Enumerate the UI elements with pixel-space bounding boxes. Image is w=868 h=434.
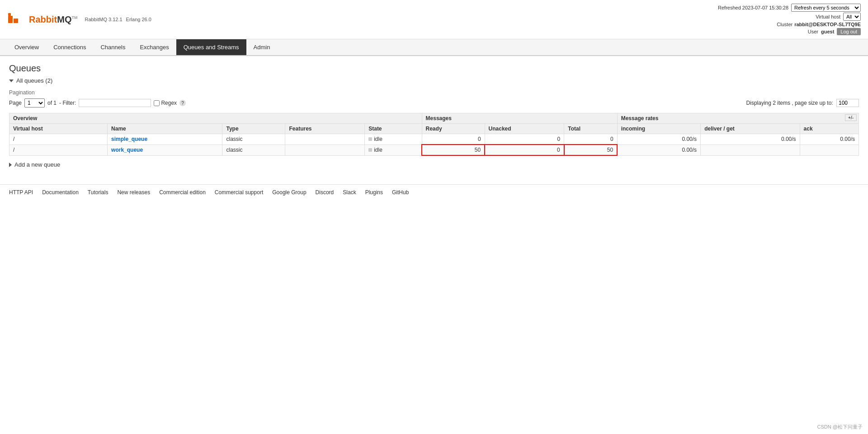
cell-unacked: 0 — [485, 145, 564, 155]
logo-icon — [7, 12, 22, 27]
cell-features — [285, 134, 365, 145]
queue-name-link[interactable]: work_queue — [111, 147, 143, 153]
nav-item-exchanges[interactable]: Exchanges — [132, 39, 176, 55]
refresh-row: Refreshed 2023-07-07 15:30:28 Refresh ev… — [718, 4, 861, 12]
footer-link[interactable]: Commercial edition — [159, 189, 206, 196]
of-label: of 1 — [47, 100, 57, 106]
nav-item-queues-streams[interactable]: Queues and Streams — [176, 39, 246, 55]
cell-vhost: / — [9, 145, 108, 155]
cell-ack — [800, 145, 859, 155]
th-deliver-get: deliver / get — [701, 124, 800, 134]
nav-item-overview[interactable]: Overview — [7, 39, 46, 55]
footer-link[interactable]: Discord — [316, 189, 334, 196]
nav-item-channels[interactable]: Channels — [93, 39, 132, 55]
pagination-section: Pagination Page 1 of 1 - Filter: Regex ?… — [9, 89, 859, 107]
footer: HTTP APIDocumentationTutorialsNew releas… — [0, 184, 868, 200]
rabbitmq-version: RabbitMQ 3.12.1 — [85, 17, 122, 22]
page-size-input[interactable] — [836, 99, 859, 107]
display-info: Displaying 2 items , page size up to: — [746, 99, 859, 107]
all-queues-label: All queues (2) — [16, 77, 52, 84]
svg-rect-2 — [8, 13, 11, 16]
main-nav: Overview Connections Channels Exchanges … — [0, 39, 868, 56]
footer-link[interactable]: New releases — [117, 189, 150, 196]
page-select[interactable]: 1 — [24, 98, 45, 107]
user-value: guest — [821, 29, 834, 34]
cell-type: classic — [222, 134, 285, 145]
footer-link[interactable]: Plugins — [365, 189, 383, 196]
state-dot — [368, 137, 372, 141]
table-row: / work_queue classic idle 50 0 50 0.00/s — [9, 145, 859, 155]
add-queue-toggle[interactable]: Add a new queue — [9, 161, 859, 168]
version-info: RabbitMQ 3.12.1 Erlang 26.0 — [85, 17, 151, 22]
cell-unacked: 0 — [485, 134, 564, 145]
footer-link[interactable]: Slack — [343, 189, 356, 196]
refresh-select[interactable]: Refresh every 5 seconds Refresh every 10… — [791, 4, 861, 12]
footer-link[interactable]: Google Group — [272, 189, 306, 196]
th-messages: Messages — [422, 113, 617, 124]
state-idle: idle — [368, 147, 418, 153]
logo-area: RabbitMQTM RabbitMQ 3.12.1 Erlang 26.0 — [7, 12, 151, 27]
queues-table: Overview Messages Message rates +/- Virt… — [9, 113, 859, 156]
cell-total: 0 — [564, 134, 617, 145]
cell-ack: 0.00/s — [800, 134, 859, 145]
page-title: Queues — [9, 63, 859, 74]
th-features: Features — [285, 124, 365, 134]
content: Queues All queues (2) Pagination Page 1 … — [0, 56, 868, 184]
add-queue-section: Add a new queue — [9, 161, 859, 168]
queues-tbody: / simple_queue classic idle 0 0 0 0.00/s… — [9, 134, 859, 156]
user-row: User guest Log out — [808, 28, 861, 35]
svg-rect-0 — [8, 16, 13, 23]
filter-input[interactable] — [79, 99, 151, 107]
cell-ready: 50 — [422, 145, 485, 155]
footer-link[interactable]: HTTP API — [9, 189, 33, 196]
cell-total: 50 — [564, 145, 617, 155]
vhost-select[interactable]: All / — [843, 13, 861, 21]
queue-name-link[interactable]: simple_queue — [111, 136, 147, 142]
footer-link[interactable]: Commercial support — [215, 189, 263, 196]
regex-help[interactable]: ? — [179, 100, 186, 106]
all-queues-header[interactable]: All queues (2) — [9, 77, 859, 84]
header-right: Refreshed 2023-07-07 15:30:28 Refresh ev… — [718, 4, 861, 35]
nav-item-connections[interactable]: Connections — [46, 39, 93, 55]
svg-rect-1 — [14, 19, 18, 23]
filter-label: - Filter: — [59, 100, 76, 106]
regex-checkbox[interactable] — [154, 100, 160, 106]
cluster-value: rabbit@DESKTOP-SL7TQ9E — [794, 22, 861, 27]
th-unacked: Unacked — [485, 124, 564, 134]
th-message-rates: Message rates +/- — [617, 113, 859, 124]
cluster-row: Cluster rabbit@DESKTOP-SL7TQ9E — [777, 22, 861, 27]
cell-vhost: / — [9, 134, 108, 145]
th-name: Name — [108, 124, 222, 134]
cell-state: idle — [365, 134, 422, 145]
logout-button[interactable]: Log out — [837, 28, 861, 35]
state-dot — [368, 148, 372, 152]
add-queue-expand-icon — [9, 163, 12, 167]
nav-item-admin[interactable]: Admin — [246, 39, 278, 55]
cell-features — [285, 145, 365, 155]
th-overview: Overview — [9, 113, 422, 124]
th-vhost: Virtual host — [9, 124, 108, 134]
th-state: State — [365, 124, 422, 134]
cell-name: work_queue — [108, 145, 222, 155]
regex-label[interactable]: Regex — [154, 100, 177, 106]
th-total: Total — [564, 124, 617, 134]
user-label: User — [808, 29, 818, 34]
footer-link[interactable]: Documentation — [42, 189, 79, 196]
state-idle: idle — [368, 136, 418, 142]
th-ack: ack — [800, 124, 859, 134]
th-ready: Ready — [422, 124, 485, 134]
th-incoming: incoming — [617, 124, 700, 134]
cell-name: simple_queue — [108, 134, 222, 145]
refreshed-label: Refreshed 2023-07-07 15:30:28 — [718, 5, 788, 10]
erlang-version: Erlang 26.0 — [126, 17, 151, 22]
add-queue-label: Add a new queue — [14, 161, 60, 168]
footer-link[interactable]: GitHub — [392, 189, 409, 196]
logo-text: RabbitMQTM — [29, 14, 77, 25]
plus-minus-button[interactable]: +/- — [845, 114, 857, 121]
cell-deliver-get: 0.00/s — [701, 134, 800, 145]
pagination-label: Pagination — [9, 89, 859, 96]
cell-deliver-get — [701, 145, 800, 155]
footer-link[interactable]: Tutorials — [88, 189, 108, 196]
cell-state: idle — [365, 145, 422, 155]
vhost-label: Virtual host — [816, 14, 840, 19]
